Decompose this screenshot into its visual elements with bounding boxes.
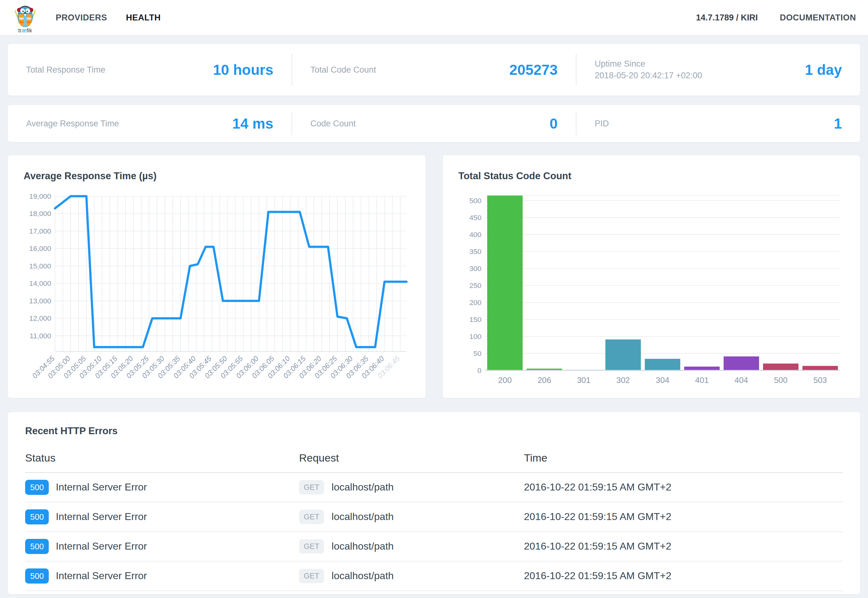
stat-value: 10 hours xyxy=(213,61,273,78)
stat-average-response-time: Average Response Time 14 ms xyxy=(8,105,292,142)
column-header-time: Time xyxy=(524,452,843,464)
column-header-request: Request xyxy=(299,452,524,464)
svg-text:træfik: træfik xyxy=(18,27,32,34)
svg-text:206: 206 xyxy=(537,376,551,384)
errors-table-header: Status Request Time xyxy=(25,448,843,473)
svg-text:400: 400 xyxy=(469,230,481,239)
response-time-chart-title: Average Response Time (µs) xyxy=(24,170,410,182)
http-method-badge: GET xyxy=(299,539,324,554)
request-path: localhost/path xyxy=(331,481,394,493)
status-text: Internal Server Error xyxy=(56,570,147,582)
svg-text:304: 304 xyxy=(656,376,669,384)
nav-link-health[interactable]: HEALTH xyxy=(126,13,161,22)
svg-text:150: 150 xyxy=(469,315,481,323)
svg-text:404: 404 xyxy=(734,376,748,384)
svg-text:14,000: 14,000 xyxy=(29,279,51,287)
error-time: 2016-10-22 01:59:15 AM GMT+2 xyxy=(524,511,843,523)
stats-card-averages: Average Response Time 14 ms Code Count 0… xyxy=(8,105,860,142)
stat-label: Uptime Since xyxy=(595,59,702,69)
svg-text:200: 200 xyxy=(498,376,511,384)
request-path: localhost/path xyxy=(331,570,394,582)
brand-logo[interactable]: træfik xyxy=(12,1,38,34)
stat-value: 205273 xyxy=(509,61,558,78)
svg-text:401: 401 xyxy=(695,376,709,384)
stat-total-response-time: Total Response Time 10 hours xyxy=(8,44,292,96)
svg-text:500: 500 xyxy=(774,376,787,384)
status-code-bar-chart: 0501001502002503003504004505002002063013… xyxy=(458,193,845,389)
stat-label: Total Code Count xyxy=(310,65,376,75)
svg-text:300: 300 xyxy=(469,265,481,273)
status-code-chart-title: Total Status Code Count xyxy=(458,170,845,182)
svg-text:250: 250 xyxy=(469,281,481,290)
stat-label: Total Response Time xyxy=(26,65,105,75)
navbar: træfik PROVIDERS HEALTH 14.7.1789 / KIRI… xyxy=(0,0,868,35)
stat-value: 1 day xyxy=(805,61,842,78)
recent-http-errors-panel: Recent HTTP Errors Status Request Time 5… xyxy=(8,412,860,594)
version-text: 14.7.1789 / KIRI xyxy=(696,13,758,22)
status-code-badge: 500 xyxy=(25,568,49,583)
table-row: 500 Internal Server Error GET localhost/… xyxy=(25,562,843,591)
svg-text:302: 302 xyxy=(616,376,630,384)
svg-text:16,000: 16,000 xyxy=(29,244,51,253)
response-time-line-chart: 11,00012,00013,00014,00015,00016,00017,0… xyxy=(24,193,410,389)
svg-text:0: 0 xyxy=(477,366,482,374)
svg-text:19,000: 19,000 xyxy=(29,193,51,200)
table-row: 500 Internal Server Error GET localhost/… xyxy=(25,532,843,562)
svg-text:17,000: 17,000 xyxy=(29,227,51,235)
error-time: 2016-10-22 01:59:15 AM GMT+2 xyxy=(524,570,843,582)
table-row: 500 Internal Server Error GET localhost/… xyxy=(25,502,843,532)
traefik-gopher-icon: træfik xyxy=(12,1,38,34)
stat-value: 0 xyxy=(549,115,558,132)
svg-text:200: 200 xyxy=(469,298,481,306)
stat-pid: PID 1 xyxy=(576,105,860,142)
svg-text:11,000: 11,000 xyxy=(30,332,51,340)
errors-table: Status Request Time 500 Internal Server … xyxy=(25,448,843,591)
stat-label: Code Count xyxy=(310,119,356,129)
stat-code-count: Code Count 0 xyxy=(292,105,576,142)
svg-text:503: 503 xyxy=(813,376,827,384)
request-path: localhost/path xyxy=(331,511,394,523)
svg-text:100: 100 xyxy=(469,332,481,341)
svg-text:500: 500 xyxy=(469,196,481,205)
status-code-badge: 500 xyxy=(25,509,49,525)
svg-text:15,000: 15,000 xyxy=(29,262,51,270)
status-text: Internal Server Error xyxy=(56,511,147,523)
http-method-badge: GET xyxy=(299,569,324,583)
stat-uptime-since: Uptime Since 2018-05-20 20:42:17 +02:00 … xyxy=(576,44,860,96)
charts-row: Average Response Time (µs) 11,00012,0001… xyxy=(8,155,860,398)
svg-text:18,000: 18,000 xyxy=(29,209,51,218)
status-code-badge: 500 xyxy=(25,539,49,554)
http-method-badge: GET xyxy=(299,510,324,524)
status-code-badge: 500 xyxy=(25,480,49,495)
stats-card-totals: Total Response Time 10 hours Total Code … xyxy=(8,44,860,96)
status-code-chart-panel: Total Status Code Count 0501001502002503… xyxy=(443,155,861,398)
main-content: Total Response Time 10 hours Total Code … xyxy=(0,35,868,594)
svg-text:350: 350 xyxy=(469,247,481,256)
stat-value: 14 ms xyxy=(232,115,273,132)
svg-text:450: 450 xyxy=(469,214,481,222)
error-time: 2016-10-22 01:59:15 AM GMT+2 xyxy=(524,481,843,493)
svg-text:12,000: 12,000 xyxy=(29,314,51,322)
recent-http-errors-title: Recent HTTP Errors xyxy=(25,425,843,437)
response-time-chart-panel: Average Response Time (µs) 11,00012,0001… xyxy=(8,155,425,398)
error-time: 2016-10-22 01:59:15 AM GMT+2 xyxy=(524,540,843,552)
status-text: Internal Server Error xyxy=(56,540,147,552)
request-path: localhost/path xyxy=(331,540,394,552)
svg-text:50: 50 xyxy=(473,349,482,357)
table-row: 500 Internal Server Error GET localhost/… xyxy=(25,473,843,502)
svg-text:301: 301 xyxy=(577,376,590,384)
nav-links: PROVIDERS HEALTH xyxy=(56,13,161,22)
stat-total-code-count: Total Code Count 205273 xyxy=(292,44,576,96)
stat-value: 1 xyxy=(834,115,842,132)
nav-link-providers[interactable]: PROVIDERS xyxy=(56,13,107,22)
stat-sublabel: 2018-05-20 20:42:17 +02:00 xyxy=(595,71,702,81)
stat-label: Average Response Time xyxy=(26,119,119,129)
svg-text:13,000: 13,000 xyxy=(29,297,51,305)
traefik-health-dashboard: træfik PROVIDERS HEALTH 14.7.1789 / KIRI… xyxy=(0,0,868,598)
status-text: Internal Server Error xyxy=(56,481,147,493)
nav-right: 14.7.1789 / KIRI DOCUMENTATION xyxy=(696,13,856,22)
stat-label: PID xyxy=(595,119,609,129)
column-header-status: Status xyxy=(25,452,299,464)
http-method-badge: GET xyxy=(299,480,324,495)
nav-link-documentation[interactable]: DOCUMENTATION xyxy=(780,13,856,22)
